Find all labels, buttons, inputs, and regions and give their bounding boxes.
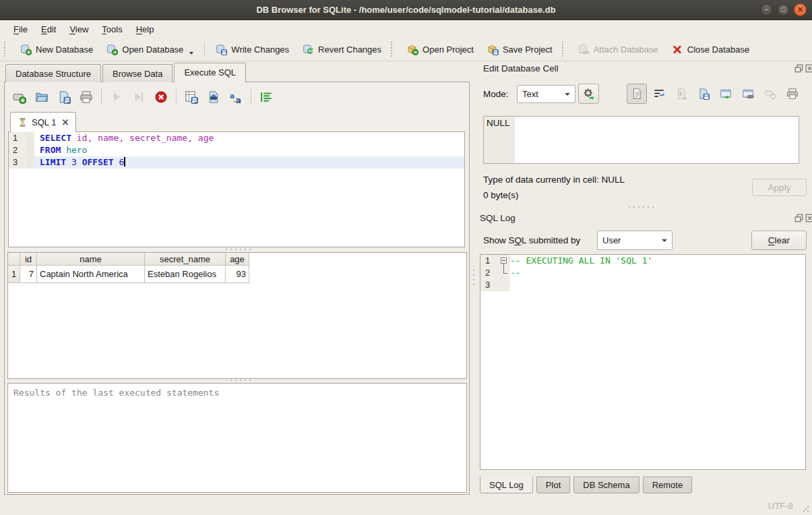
save-results-button[interactable] xyxy=(182,88,201,107)
print-cell-button[interactable] xyxy=(782,84,803,104)
float-dock-icon[interactable] xyxy=(794,64,803,73)
column-header-secret-name[interactable]: secret_name xyxy=(145,253,226,266)
log-line: 2-- xyxy=(480,267,805,279)
db-write-icon xyxy=(216,44,227,55)
menu-edit[interactable]: Edit xyxy=(34,22,63,37)
cell-value-editor[interactable]: NULL xyxy=(483,116,799,164)
row-number[interactable]: 1 xyxy=(8,266,20,283)
close-dock-icon[interactable] xyxy=(805,64,812,73)
edit-cell-dock-title: Edit Database Cell xyxy=(483,63,559,73)
log-text xyxy=(510,279,805,291)
fold-collapse-icon[interactable] xyxy=(501,258,507,264)
tab-execute-sql[interactable]: Execute SQL xyxy=(174,63,246,82)
grid-cell[interactable]: 93 xyxy=(226,266,249,283)
tab-sql-log[interactable]: SQL Log xyxy=(480,477,533,493)
export-cell-icon xyxy=(697,88,710,100)
sql-editor-tab[interactable]: SQL 1 ✕ xyxy=(10,112,76,132)
toolbar-button-label: Close Database xyxy=(687,44,750,55)
project-save-icon xyxy=(487,44,499,55)
code-text: LIMIT 3 OFFSET 6 xyxy=(34,156,464,169)
export-cell-button[interactable] xyxy=(693,84,714,104)
log-filter-combobox[interactable]: User xyxy=(597,231,673,250)
log-text: -- xyxy=(510,267,805,279)
open-database-button[interactable]: Open Database xyxy=(100,40,200,59)
db-close-icon xyxy=(672,44,683,55)
close-tab-icon[interactable]: ✕ xyxy=(61,117,69,127)
dropdown-arrow-icon[interactable] xyxy=(189,52,193,55)
save-project-button[interactable]: Save Project xyxy=(480,40,559,59)
print-cell-icon xyxy=(786,88,799,100)
import-cell-button[interactable] xyxy=(671,84,691,104)
menu-file[interactable]: File xyxy=(7,22,34,37)
import-cell-icon xyxy=(675,88,687,100)
execute-all-button[interactable] xyxy=(107,88,126,107)
attach-database-button[interactable]: Attach Database xyxy=(571,40,665,59)
toolbar-button-label: Open Project xyxy=(423,44,474,55)
text-mode-button[interactable] xyxy=(627,84,647,104)
float-dock-icon[interactable] xyxy=(794,214,803,222)
sql-editor[interactable]: 1SELECT id, name, secret_name, age2FROM … xyxy=(8,131,465,247)
editor-line[interactable]: 2FROM hero xyxy=(9,144,464,156)
grid-cell[interactable]: Esteban Rogelios xyxy=(145,266,226,283)
menu-tools[interactable]: Tools xyxy=(95,22,129,37)
open-in-app-button[interactable] xyxy=(716,84,736,104)
execute-line-button[interactable] xyxy=(129,88,148,107)
toolbar-drag-handle xyxy=(562,42,567,57)
column-header-name[interactable]: name xyxy=(37,253,145,266)
tab-plot[interactable]: Plot xyxy=(536,477,570,493)
log-line: 1-- EXECUTING ALL IN 'SQL 1' xyxy=(480,255,805,267)
tab-db-schema[interactable]: DB Schema xyxy=(573,477,639,493)
menu-help[interactable]: Help xyxy=(129,22,161,37)
minimize-button-icon[interactable]: − xyxy=(760,3,773,16)
splitter-handle[interactable] xyxy=(627,206,655,210)
resize-grip[interactable] xyxy=(803,506,809,512)
sql-log-view[interactable]: 1-- EXECUTING ALL IN 'SQL 1'2--3 xyxy=(480,254,806,470)
save-sql-file-button[interactable] xyxy=(55,88,73,107)
vertical-splitter-handle[interactable] xyxy=(472,270,475,297)
mode-combobox[interactable]: Text xyxy=(517,85,575,103)
editor-line[interactable]: 3LIMIT 3 OFFSET 6 xyxy=(9,156,464,169)
print-button[interactable] xyxy=(77,88,96,107)
close-database-button[interactable]: Close Database xyxy=(665,40,757,59)
grid-cell[interactable]: Captain North America xyxy=(37,266,145,283)
clear-log-button[interactable]: Clear xyxy=(751,231,807,250)
editor-line[interactable]: 1SELECT id, name, secret_name, age xyxy=(9,132,464,144)
open-project-button[interactable]: Open Project xyxy=(400,40,480,59)
set-null-button[interactable] xyxy=(760,84,780,104)
new-database-button[interactable]: New Database xyxy=(13,40,100,59)
format-sql-button[interactable] xyxy=(257,88,276,107)
auto-apply-button[interactable] xyxy=(578,84,599,104)
db-new-icon xyxy=(20,44,32,55)
fold-margin xyxy=(26,156,34,169)
tab-remote[interactable]: Remote xyxy=(643,477,693,493)
write-changes-button[interactable]: Write Changes xyxy=(209,40,296,59)
text-cursor xyxy=(124,157,125,166)
tab-database-structure[interactable]: Database Structure xyxy=(5,64,101,82)
replace-button[interactable]: aa xyxy=(226,88,245,107)
execute-line-icon xyxy=(132,90,146,104)
open-sql-file-button[interactable] xyxy=(32,88,51,107)
menu-view[interactable]: View xyxy=(63,22,95,37)
results-grid[interactable]: idnamesecret_nameage17Captain North Amer… xyxy=(7,252,467,379)
word-wrap-button[interactable] xyxy=(649,84,669,104)
grid-cell[interactable]: 7 xyxy=(20,266,37,283)
tab-browse-data[interactable]: Browse Data xyxy=(102,64,173,82)
chevron-down-icon xyxy=(662,239,667,242)
find-button[interactable] xyxy=(204,88,223,107)
new-sql-tab-button[interactable] xyxy=(10,88,29,107)
code-text: SELECT id, name, secret_name, age xyxy=(34,132,464,144)
toolbar-separator xyxy=(176,89,177,105)
column-header-id[interactable]: id xyxy=(20,253,37,266)
copy-link-button[interactable] xyxy=(738,84,758,104)
toolbar-separator xyxy=(204,42,205,57)
window-controls: − ▢ ✕ xyxy=(760,3,807,16)
column-header-age[interactable]: age xyxy=(226,253,249,266)
maximize-button-icon[interactable]: ▢ xyxy=(777,3,790,16)
close-button-icon[interactable]: ✕ xyxy=(794,3,807,16)
apply-button[interactable]: Apply xyxy=(752,179,807,196)
revert-changes-button[interactable]: Revert Changes xyxy=(296,40,388,59)
stop-button[interactable] xyxy=(152,88,170,107)
save-sql-file-icon xyxy=(57,90,71,104)
title-bar[interactable]: DB Browser for SQLite - /home/user/code/… xyxy=(0,0,812,20)
close-dock-icon[interactable] xyxy=(805,214,812,222)
